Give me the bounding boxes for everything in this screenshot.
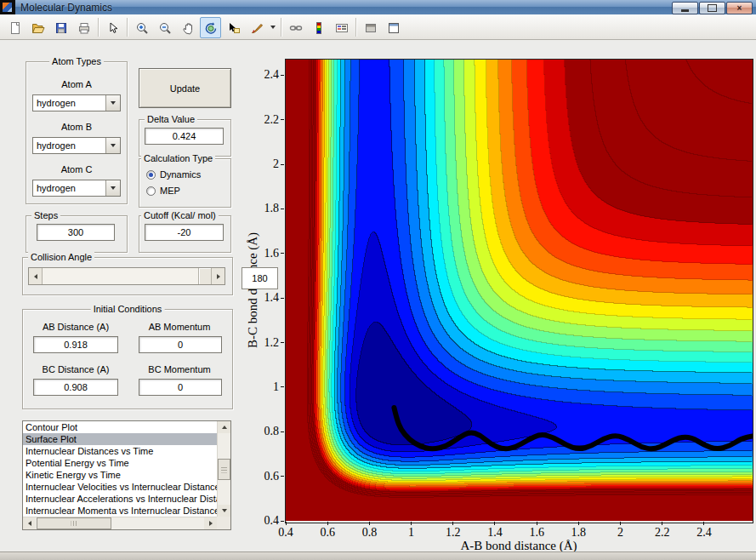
radio-mep-circle xyxy=(146,186,156,196)
atom-a-value: hydrogen xyxy=(37,95,76,111)
plot-tools-float-tool[interactable] xyxy=(360,17,381,38)
atom-a-dropdown[interactable]: hydrogen xyxy=(32,94,121,111)
update-button[interactable]: Update xyxy=(139,68,231,108)
maximize-button[interactable] xyxy=(699,2,725,14)
rotate-3d-tool[interactable] xyxy=(200,17,221,38)
radio-dynamics[interactable]: Dynamics xyxy=(146,169,201,180)
delta-value-field[interactable]: 0.424 xyxy=(145,128,224,145)
horizontal-scroll-thumb[interactable] xyxy=(37,517,111,529)
scroll-right-button[interactable] xyxy=(204,517,217,529)
x-tick-mark xyxy=(703,522,704,525)
x-tick-label: 2 xyxy=(617,526,623,540)
atom-c-dropdown[interactable]: hydrogen xyxy=(32,180,121,197)
bc-momentum-label: BC Momentum xyxy=(132,364,227,374)
open-file-tool[interactable] xyxy=(27,17,48,38)
scroll-down-button[interactable] xyxy=(218,505,230,517)
update-button-label: Update xyxy=(170,83,200,94)
cutoff-field[interactable]: -20 xyxy=(145,224,224,241)
plot-list-item[interactable]: Kinetic Energy vs Time xyxy=(23,469,217,481)
radio-mep[interactable]: MEP xyxy=(146,185,180,197)
link-plots-icon xyxy=(289,21,303,35)
zoom-out-icon xyxy=(158,21,172,35)
slider-track[interactable] xyxy=(43,268,211,284)
plot-type-list: Contour PlotSurface PlotInternuclear Dis… xyxy=(23,421,217,517)
app-icon xyxy=(0,0,15,14)
slider-thumb[interactable] xyxy=(198,268,211,284)
ab-distance-label: AB Distance (A) xyxy=(25,322,127,332)
link-plots-tool[interactable] xyxy=(285,17,306,38)
slider-left-arrow[interactable] xyxy=(29,268,43,284)
dropdown-arrow-icon[interactable] xyxy=(105,95,120,111)
insert-colorbar-icon xyxy=(312,21,326,35)
plot-list-item[interactable]: Internuclear Accelerations vs Internucle… xyxy=(23,493,217,505)
steps-field[interactable]: 300 xyxy=(37,224,115,241)
slider-right-arrow[interactable] xyxy=(211,268,225,284)
plot-list-item[interactable]: Internuclear Distances vs Time xyxy=(23,445,217,457)
plot-list-item[interactable]: Internuclear Velocities vs Internuclear … xyxy=(23,481,217,493)
y-tick-mark xyxy=(281,209,284,209)
panel-delta-title: Delta Value xyxy=(145,114,197,124)
toolbar-separator xyxy=(127,18,128,37)
minimize-button[interactable] xyxy=(672,2,698,14)
insert-legend-icon xyxy=(335,21,349,35)
x-tick-label: 1.2 xyxy=(446,526,461,540)
y-tick-label: 0.4 xyxy=(252,514,279,528)
close-button[interactable]: × xyxy=(726,2,753,14)
panel-initial-title: Initial Conditions xyxy=(91,304,165,314)
radio-dynamics-circle xyxy=(146,170,156,180)
title-bar[interactable]: Molecular Dynamics × xyxy=(0,0,756,14)
plot-tools-float-icon xyxy=(364,21,378,35)
panel-calculation-type: Calculation Type Dynamics MEP xyxy=(139,158,231,208)
plot-type-listbox[interactable]: Contour PlotSurface PlotInternuclear Dis… xyxy=(22,420,231,530)
save-icon xyxy=(54,21,68,35)
ab-distance-field[interactable]: 0.918 xyxy=(33,336,118,353)
brush-dropdown-arrow[interactable] xyxy=(268,17,277,37)
bc-distance-field[interactable]: 0.908 xyxy=(33,379,118,396)
zoom-out-tool[interactable] xyxy=(154,17,175,38)
atom-b-dropdown[interactable]: hydrogen xyxy=(32,137,121,154)
ab-momentum-field[interactable]: 0 xyxy=(139,336,222,353)
x-tick-mark xyxy=(578,522,579,525)
x-tick-label: 2.4 xyxy=(696,526,712,540)
panel-atom-types: Atom Types Atom A hydrogen Atom B hydrog… xyxy=(26,61,128,204)
edit-cursor-tool[interactable] xyxy=(102,17,123,38)
x-tick-mark xyxy=(411,522,412,525)
y-tick-label: 0.8 xyxy=(252,425,279,438)
y-tick-mark xyxy=(281,298,284,299)
dropdown-arrow-icon[interactable] xyxy=(105,180,120,196)
collision-angle-slider[interactable] xyxy=(28,267,225,285)
radio-mep-label: MEP xyxy=(160,186,180,196)
data-cursor-tool[interactable] xyxy=(223,17,244,38)
print-tool[interactable] xyxy=(73,17,94,38)
scroll-left-button[interactable] xyxy=(23,517,36,529)
list-vertical-scrollbar[interactable] xyxy=(217,421,230,517)
y-tick-label: 1.8 xyxy=(252,202,279,215)
y-tick-mark xyxy=(281,431,284,432)
bc-momentum-field[interactable]: 0 xyxy=(139,379,222,396)
insert-legend-tool[interactable] xyxy=(331,17,352,38)
save-tool[interactable] xyxy=(50,17,71,38)
new-file-tool[interactable] xyxy=(4,17,26,38)
toolbar-separator xyxy=(98,18,99,37)
plot-list-item[interactable]: Potential Energy vs Time xyxy=(23,457,217,469)
vertical-scroll-thumb[interactable] xyxy=(218,459,230,480)
insert-colorbar-tool[interactable] xyxy=(308,17,329,38)
y-tick-mark xyxy=(281,476,284,477)
y-tick-label: 2.2 xyxy=(252,113,279,127)
plot-list-item[interactable]: Internuclear Momenta vs Internuclear Dis… xyxy=(23,505,217,517)
atom-b-label: Atom B xyxy=(26,122,127,132)
list-horizontal-scrollbar[interactable] xyxy=(23,517,217,529)
x-tick-label: 2.2 xyxy=(655,526,670,540)
dropdown-arrow-icon[interactable] xyxy=(105,138,120,153)
y-tick-mark xyxy=(281,75,284,76)
plot-axes[interactable] xyxy=(285,59,753,523)
plot-tools-dock-tool[interactable] xyxy=(383,17,404,38)
plot-list-item[interactable]: Contour Plot xyxy=(23,421,217,433)
x-tick-label: 0.8 xyxy=(362,526,378,540)
pan-tool[interactable] xyxy=(177,17,198,38)
plot-list-item[interactable]: Surface Plot xyxy=(23,433,217,445)
scroll-up-button[interactable] xyxy=(218,421,230,433)
contour-surface-canvas[interactable] xyxy=(286,60,753,521)
brush-tool[interactable] xyxy=(246,17,267,38)
zoom-in-tool[interactable] xyxy=(131,17,152,38)
